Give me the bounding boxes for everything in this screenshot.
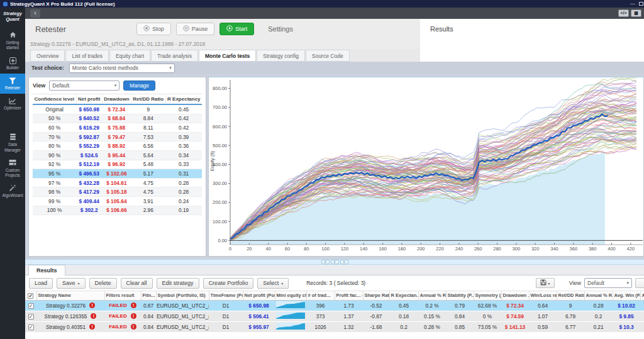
settings-section-label[interactable]: Settings [268, 25, 293, 33]
edit-strategy-button[interactable]: Edit strategy [157, 278, 199, 289]
grid-view-icon[interactable]: ▦ [631, 9, 641, 17]
results-section-label[interactable]: Results [430, 25, 453, 33]
select-all-checkbox[interactable]: ✓ [28, 293, 33, 299]
stop-button[interactable]: Stop [136, 23, 171, 35]
results-col-symmetry[interactable]: Symmetry (... [474, 291, 501, 301]
splitter-collapse-down-button[interactable]: ∨ [340, 260, 348, 264]
sidebar-item-retester[interactable]: Retester [0, 74, 25, 94]
mc-col-drawdown[interactable]: Drawdown [102, 94, 131, 105]
mc-cell-level: 97 % [33, 178, 76, 187]
view-select[interactable]: Default ▾ [49, 81, 119, 91]
mc-col-ret-dd-ratio[interactable]: Ret/DD Ratio [131, 94, 165, 105]
test-choice-select[interactable]: Monte Carlo retest methods ▾ [69, 64, 175, 73]
tab-trade-analysis[interactable]: Trade analysis [151, 50, 198, 62]
sidebar-item-label: Data Manager [1, 142, 25, 152]
confidence-row[interactable]: 100 %$ 302.2$ 106.662.960.19 [33, 206, 202, 215]
confidence-row[interactable]: 60 %$ 616.29$ 75.688.110.42 [33, 123, 202, 133]
results-col-filters-result[interactable]: Filters result [104, 291, 141, 301]
tab-strategy-config[interactable]: Strategy config [257, 50, 305, 62]
confidence-row[interactable]: 97 %$ 432.28$ 104.614.750.28 [33, 178, 202, 187]
row-checkbox[interactable]: ✓ [28, 325, 34, 330]
load-button[interactable]: Load [29, 278, 53, 289]
results-col-win-loss-ra[interactable]: Win/Loss ra... [529, 291, 557, 301]
panel-splitter[interactable]: ∧ ≡ ∨ [25, 259, 644, 265]
confidence-row[interactable]: 98 %$ 417.29$ 105.184.750.28 [33, 187, 202, 197]
tab-equity-chart[interactable]: Equity chart [109, 50, 150, 62]
mc-cell-ratio: 9 [131, 104, 165, 114]
results-col-fitn[interactable]: Fitn... [141, 291, 156, 301]
sidebar-item-data-manager[interactable]: Data Manager [0, 130, 25, 155]
confidence-row[interactable]: 70 %$ 592.87$ 79.477.530.39 [33, 132, 202, 142]
tab-results[interactable]: Results [28, 265, 65, 275]
strategy-row[interactable]: ✓Strategy 0.32276!FAILED!0.87EURUSD_M1_U… [25, 300, 644, 311]
results-col-avg-win-p[interactable]: Avg. Win (P... [613, 291, 640, 301]
maximize-icon[interactable] [639, 2, 643, 6]
save-results-button[interactable]: ▾ [536, 278, 555, 288]
results-col-of-trad[interactable]: # of trad... [306, 291, 335, 301]
clipped-toolbar-button[interactable] [635, 278, 644, 288]
sidebar-item-optimizer[interactable]: Optimizer [0, 94, 25, 114]
confidence-row[interactable]: 50 %$ 640.52$ 68.648.840.42 [33, 114, 202, 123]
results-col-ret-dd-rati[interactable]: Ret/DD Rati... [557, 291, 584, 301]
cell-stability: 0.84 [446, 311, 474, 321]
mc-cell-expectancy: 0.28 [165, 178, 202, 187]
sidebar-item-getting-started[interactable]: Getting started [0, 28, 25, 53]
sidebar-item-label: Retester [1, 86, 25, 91]
create-portfolio-button[interactable]: Create Portfolio [203, 278, 254, 289]
mc-col-net-profit[interactable]: Net profit [76, 94, 102, 105]
confidence-row[interactable]: 90 %$ 524.5$ 95.445.640.34 [33, 150, 202, 160]
splitter-collapse-up-button[interactable]: ∧ [321, 260, 330, 264]
results-col-drawdown[interactable]: Drawdown ... [501, 291, 529, 301]
results-col-avg[interactable]: Avg [640, 291, 644, 301]
sidebar-item-algowizard[interactable]: AlgoWizard [0, 181, 25, 201]
results-col-net-profit-port[interactable]: Net profit (Port... [243, 291, 275, 301]
back-button[interactable]: ‹ [30, 9, 40, 18]
results-col-timeframe-po[interactable]: TimeFrame (Po... [209, 291, 243, 301]
sidebar-item-custom-projects[interactable]: Custom Projects [0, 156, 25, 181]
test-choice-value: Monte Carlo retest methods [72, 65, 167, 71]
results-col-annual-r[interactable]: Annual % R... [418, 291, 446, 301]
x-tick-label: 40 [265, 246, 270, 252]
minimize-icon[interactable]: — [630, 1, 635, 6]
sidebar-item-builder[interactable]: Builder [0, 53, 25, 74]
strategy-row[interactable]: ✓Strategy 0.40351!FAILED!0.84EURUSD_M1_U… [25, 321, 644, 332]
monte-carlo-equity-chart[interactable]: 0.00100.00200.00300.00400.00500.00600.00… [209, 77, 643, 256]
pause-button[interactable]: Pause [176, 23, 215, 35]
confidence-row[interactable]: 95 %$ 496.53$ 102.065.170.31 [33, 169, 202, 179]
tab-overview[interactable]: Overview [30, 50, 65, 62]
row-checkbox[interactable]: ✓ [28, 303, 34, 309]
splitter-reset-button[interactable]: ≡ [331, 260, 339, 264]
results-col-stability-p[interactable]: Stability (P... [446, 291, 474, 301]
confidence-row[interactable]: Original$ 650.98$ 72.3490.45 [33, 104, 202, 114]
select-button[interactable]: Select▾ [257, 278, 289, 289]
tab-source-code[interactable]: Source Code [306, 50, 350, 62]
results-col-profit-fac[interactable]: Profit fac...↑1 [335, 291, 363, 301]
delete-button[interactable]: Delete [89, 278, 117, 289]
save-button[interactable]: Save▾ [57, 278, 86, 289]
confidence-row[interactable]: 92 %$ 512.19$ 96.925.480.33 [33, 160, 202, 169]
strategy-row[interactable]: ✓Strategy 0.126355!FAILED!0.84EURUSD_M1_… [25, 311, 644, 321]
manage-button[interactable]: Manage [123, 81, 155, 91]
confidence-row[interactable]: 80 %$ 552.29$ 88.926.560.36 [33, 142, 202, 151]
tab-monte-carlo-tests[interactable]: Monte Carlo tests [199, 50, 256, 62]
results-col-checkbox[interactable]: ✓ [25, 291, 36, 301]
start-button[interactable]: Start [219, 23, 254, 35]
results-col-symbol-portfolio-is[interactable]: Symbol (Portfolio, IS) [156, 291, 209, 301]
tab-list-of-trades[interactable]: List of trades [65, 50, 109, 62]
plus-icon [1, 57, 25, 64]
results-col-sharpe-rati[interactable]: Sharpe Rati... [363, 291, 389, 301]
code-view-icon[interactable]: </> [618, 9, 629, 17]
results-col-r-expectan[interactable]: R Expectan... [389, 291, 418, 301]
y-tick-label: 600.00 [213, 124, 227, 130]
confidence-row[interactable]: 99 %$ 409.44$ 105.643.910.24 [33, 196, 202, 206]
clear-all-button[interactable]: Clear all [121, 278, 153, 289]
results-col-annual-r[interactable]: Annual % R... [584, 291, 613, 301]
equity-chart-panel[interactable]: 0.00100.00200.00300.00400.00500.00600.00… [208, 77, 644, 257]
row-checkbox[interactable]: ✓ [28, 314, 34, 320]
results-col-strategy-name[interactable]: Strategy Name [36, 291, 104, 301]
mc-col-r-expectancy[interactable]: R Expectancy [165, 94, 202, 105]
y-axis-label: Equity ($) [209, 150, 215, 171]
mc-col-confidence-level[interactable]: Confidence level [33, 94, 76, 105]
bottom-view-select[interactable]: Default ▾ [584, 278, 632, 288]
results-col-mini-equity-cha[interactable]: Mini equity cha... [275, 291, 306, 301]
